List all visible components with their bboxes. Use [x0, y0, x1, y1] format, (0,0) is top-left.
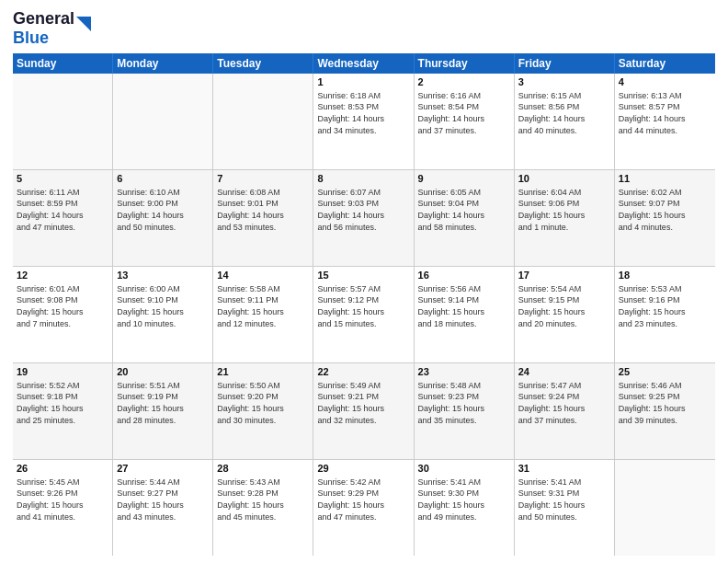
day-number: 23 [418, 365, 510, 379]
calendar-cell: 10Sunrise: 6:04 AM Sunset: 9:06 PM Dayli… [515, 170, 615, 266]
calendar-cell: 19Sunrise: 5:52 AM Sunset: 9:18 PM Dayli… [13, 363, 113, 459]
svg-marker-0 [76, 17, 91, 31]
calendar-cell: 3Sunrise: 6:15 AM Sunset: 8:56 PM Daylig… [515, 74, 615, 169]
day-number: 8 [317, 172, 409, 186]
calendar-cell: 4Sunrise: 6:13 AM Sunset: 8:57 PM Daylig… [615, 74, 715, 169]
day-number: 21 [217, 365, 309, 379]
calendar-cell: 20Sunrise: 5:51 AM Sunset: 9:19 PM Dayli… [113, 363, 213, 459]
cell-info: Sunrise: 6:15 AM Sunset: 8:56 PM Dayligh… [518, 90, 610, 136]
calendar-cell: 24Sunrise: 5:47 AM Sunset: 9:24 PM Dayli… [515, 363, 615, 459]
day-number: 26 [17, 462, 108, 476]
calendar-cell: 28Sunrise: 5:43 AM Sunset: 9:28 PM Dayli… [213, 460, 313, 556]
cell-info: Sunrise: 6:13 AM Sunset: 8:57 PM Dayligh… [619, 90, 711, 136]
calendar-cell: 22Sunrise: 5:49 AM Sunset: 9:21 PM Dayli… [313, 363, 414, 459]
day-number: 10 [518, 172, 610, 186]
weekday-header: Thursday [415, 53, 515, 74]
day-number: 18 [619, 269, 711, 282]
cell-info: Sunrise: 5:54 AM Sunset: 9:15 PM Dayligh… [518, 283, 610, 329]
day-number: 16 [418, 269, 510, 282]
calendar-cell: 14Sunrise: 5:58 AM Sunset: 9:11 PM Dayli… [213, 267, 313, 362]
calendar-cell: 13Sunrise: 6:00 AM Sunset: 9:10 PM Dayli… [113, 267, 213, 362]
day-number: 17 [518, 269, 610, 282]
cell-info: Sunrise: 5:47 AM Sunset: 9:24 PM Dayligh… [518, 380, 610, 426]
calendar-cell: 6Sunrise: 6:10 AM Sunset: 9:00 PM Daylig… [113, 170, 213, 266]
cell-info: Sunrise: 5:56 AM Sunset: 9:14 PM Dayligh… [418, 283, 510, 329]
calendar-cell: 17Sunrise: 5:54 AM Sunset: 9:15 PM Dayli… [515, 267, 615, 362]
calendar-cell [615, 460, 715, 556]
day-number: 25 [619, 365, 711, 379]
cell-info: Sunrise: 6:16 AM Sunset: 8:54 PM Dayligh… [418, 90, 510, 136]
calendar-row: 19Sunrise: 5:52 AM Sunset: 9:18 PM Dayli… [13, 363, 715, 460]
cell-info: Sunrise: 6:00 AM Sunset: 9:10 PM Dayligh… [117, 283, 209, 329]
cell-info: Sunrise: 6:11 AM Sunset: 8:59 PM Dayligh… [17, 187, 108, 233]
day-number: 12 [17, 269, 108, 282]
calendar-cell: 21Sunrise: 5:50 AM Sunset: 9:20 PM Dayli… [213, 363, 313, 459]
cell-info: Sunrise: 5:46 AM Sunset: 9:25 PM Dayligh… [619, 380, 711, 426]
day-number: 28 [217, 462, 309, 476]
cell-info: Sunrise: 5:41 AM Sunset: 9:31 PM Dayligh… [518, 477, 610, 523]
weekday-header: Tuesday [213, 53, 313, 74]
cell-info: Sunrise: 5:48 AM Sunset: 9:23 PM Dayligh… [418, 380, 510, 426]
cell-info: Sunrise: 5:44 AM Sunset: 9:27 PM Dayligh… [117, 477, 209, 523]
cell-info: Sunrise: 6:07 AM Sunset: 9:03 PM Dayligh… [317, 187, 409, 233]
calendar-cell: 9Sunrise: 6:05 AM Sunset: 9:04 PM Daylig… [415, 170, 515, 266]
day-number: 27 [117, 462, 209, 476]
calendar-cell [113, 74, 213, 169]
weekday-header: Monday [113, 53, 213, 74]
logo: GeneralBlue [13, 9, 91, 48]
day-number: 3 [518, 75, 610, 89]
day-number: 14 [217, 269, 309, 282]
calendar-row: 1Sunrise: 6:18 AM Sunset: 8:53 PM Daylig… [13, 74, 715, 170]
calendar-cell: 15Sunrise: 5:57 AM Sunset: 9:12 PM Dayli… [313, 267, 414, 362]
cell-info: Sunrise: 5:49 AM Sunset: 9:21 PM Dayligh… [317, 380, 409, 426]
day-number: 30 [418, 462, 510, 476]
cell-info: Sunrise: 6:02 AM Sunset: 9:07 PM Dayligh… [619, 187, 711, 233]
logo-arrow-icon [76, 17, 91, 40]
calendar-cell: 26Sunrise: 5:45 AM Sunset: 9:26 PM Dayli… [13, 460, 113, 556]
day-number: 31 [518, 462, 610, 476]
calendar-cell: 31Sunrise: 5:41 AM Sunset: 9:31 PM Dayli… [515, 460, 615, 556]
calendar-cell: 29Sunrise: 5:42 AM Sunset: 9:29 PM Dayli… [313, 460, 414, 556]
calendar-cell: 23Sunrise: 5:48 AM Sunset: 9:23 PM Dayli… [415, 363, 515, 459]
cell-info: Sunrise: 5:51 AM Sunset: 9:19 PM Dayligh… [117, 380, 209, 426]
calendar-cell: 18Sunrise: 5:53 AM Sunset: 9:16 PM Dayli… [615, 267, 715, 362]
cell-info: Sunrise: 6:05 AM Sunset: 9:04 PM Dayligh… [418, 187, 510, 233]
day-number: 1 [317, 75, 409, 89]
day-number: 19 [17, 365, 108, 379]
weekday-header: Wednesday [313, 53, 414, 74]
day-number: 9 [418, 172, 510, 186]
cell-info: Sunrise: 5:42 AM Sunset: 9:29 PM Dayligh… [317, 477, 409, 523]
calendar-cell: 1Sunrise: 6:18 AM Sunset: 8:53 PM Daylig… [313, 74, 414, 169]
calendar-row: 26Sunrise: 5:45 AM Sunset: 9:26 PM Dayli… [13, 460, 715, 556]
calendar-cell: 27Sunrise: 5:44 AM Sunset: 9:27 PM Dayli… [113, 460, 213, 556]
calendar-cell: 30Sunrise: 5:41 AM Sunset: 9:30 PM Dayli… [415, 460, 515, 556]
day-number: 7 [217, 172, 309, 186]
calendar-header: SundayMondayTuesdayWednesdayThursdayFrid… [13, 53, 715, 74]
calendar-body: 1Sunrise: 6:18 AM Sunset: 8:53 PM Daylig… [13, 74, 715, 556]
cell-info: Sunrise: 6:18 AM Sunset: 8:53 PM Dayligh… [317, 90, 409, 136]
cell-info: Sunrise: 6:10 AM Sunset: 9:00 PM Dayligh… [117, 187, 209, 233]
day-number: 15 [317, 269, 409, 282]
calendar-cell [213, 74, 313, 169]
cell-info: Sunrise: 5:53 AM Sunset: 9:16 PM Dayligh… [619, 283, 711, 329]
cell-info: Sunrise: 5:52 AM Sunset: 9:18 PM Dayligh… [17, 380, 108, 426]
day-number: 20 [117, 365, 209, 379]
cell-info: Sunrise: 5:41 AM Sunset: 9:30 PM Dayligh… [418, 477, 510, 523]
day-number: 6 [117, 172, 209, 186]
calendar: SundayMondayTuesdayWednesdayThursdayFrid… [13, 53, 715, 556]
page: GeneralBlue SundayMondayTuesdayWednesday… [0, 0, 728, 563]
weekday-header: Saturday [615, 53, 715, 74]
day-number: 11 [619, 172, 711, 186]
day-number: 24 [518, 365, 610, 379]
cell-info: Sunrise: 5:57 AM Sunset: 9:12 PM Dayligh… [317, 283, 409, 329]
weekday-header: Sunday [13, 53, 113, 74]
calendar-row: 12Sunrise: 6:01 AM Sunset: 9:08 PM Dayli… [13, 267, 715, 363]
header: GeneralBlue [13, 9, 715, 48]
day-number: 22 [317, 365, 409, 379]
calendar-row: 5Sunrise: 6:11 AM Sunset: 8:59 PM Daylig… [13, 170, 715, 267]
calendar-cell: 8Sunrise: 6:07 AM Sunset: 9:03 PM Daylig… [313, 170, 414, 266]
weekday-header: Friday [515, 53, 615, 74]
calendar-cell: 16Sunrise: 5:56 AM Sunset: 9:14 PM Dayli… [415, 267, 515, 362]
day-number: 4 [619, 75, 711, 89]
calendar-cell: 5Sunrise: 6:11 AM Sunset: 8:59 PM Daylig… [13, 170, 113, 266]
